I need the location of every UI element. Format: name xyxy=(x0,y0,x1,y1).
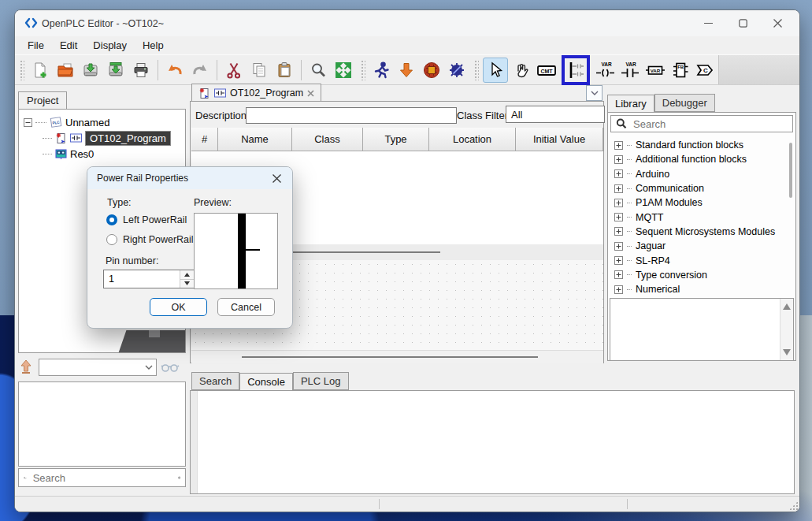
variable-tool-icon[interactable]: VAR xyxy=(643,58,667,82)
minimize-button[interactable] xyxy=(691,10,725,36)
redo-icon[interactable] xyxy=(188,58,212,82)
comment-tool-icon[interactable]: CMT xyxy=(535,58,558,82)
console-output[interactable] xyxy=(190,390,795,494)
column-header-initial-value[interactable]: Initial Value xyxy=(516,128,603,151)
expand-icon[interactable] xyxy=(614,169,623,178)
library-item[interactable]: Sequent Microsystems Modules xyxy=(614,225,795,239)
menu-help[interactable]: Help xyxy=(135,38,172,53)
fit-view-icon[interactable] xyxy=(332,58,355,82)
expand-icon[interactable] xyxy=(614,213,623,221)
tab-debugger[interactable]: Debugger xyxy=(654,94,715,112)
library-search-input[interactable] xyxy=(632,117,788,131)
cut-icon[interactable] xyxy=(222,58,246,82)
library-item[interactable]: SL-RP4 xyxy=(614,253,795,267)
tab-plc-log[interactable]: PLC Log xyxy=(293,372,349,390)
run-simulation-icon[interactable] xyxy=(369,58,393,82)
tab-library[interactable]: Library xyxy=(607,95,654,112)
scroll-down-icon[interactable] xyxy=(783,349,791,355)
expand-icon[interactable] xyxy=(614,155,623,164)
close-button[interactable] xyxy=(760,10,795,36)
library-item[interactable]: Communication xyxy=(614,181,795,195)
dialog-title-bar[interactable]: Power Rail Properties xyxy=(87,167,292,189)
function-block-tool-icon[interactable]: FB xyxy=(669,58,692,82)
library-item[interactable]: Additional function blocks xyxy=(614,152,795,166)
splitter-handle[interactable] xyxy=(292,251,440,253)
library-item[interactable]: Jaguar xyxy=(614,239,795,253)
cursor-tool-icon[interactable] xyxy=(483,58,508,83)
parent-instance-icon[interactable] xyxy=(18,359,34,376)
expand-icon[interactable] xyxy=(614,285,623,294)
column-header-number[interactable]: # xyxy=(191,128,218,151)
description-input[interactable] xyxy=(246,107,457,124)
tree-root-label[interactable]: Unnamed xyxy=(65,117,109,128)
copy-icon[interactable] xyxy=(247,58,271,82)
transfer-download-icon[interactable] xyxy=(395,58,418,82)
tab-search[interactable]: Search xyxy=(191,372,239,390)
clear-search-icon[interactable] xyxy=(178,471,180,484)
ok-button[interactable]: OK xyxy=(150,298,207,316)
tab-list-dropdown-button[interactable] xyxy=(586,85,603,101)
scroll-up-icon[interactable] xyxy=(783,303,791,310)
spin-up-button[interactable] xyxy=(180,270,194,280)
column-header-type[interactable]: Type xyxy=(363,128,429,151)
description-scrollbar[interactable] xyxy=(780,299,793,360)
library-item[interactable]: Numerical xyxy=(614,282,795,296)
cancel-button[interactable]: Cancel xyxy=(217,298,275,316)
paste-icon[interactable] xyxy=(273,58,296,82)
editor-tab[interactable]: OT102_Program xyxy=(191,84,321,102)
menu-file[interactable]: File xyxy=(20,38,52,53)
maximize-button[interactable] xyxy=(725,10,760,36)
column-header-name[interactable]: Name xyxy=(218,128,292,151)
save-icon[interactable] xyxy=(79,58,102,82)
tree-program-label-selected[interactable]: OT102_Program xyxy=(85,131,171,146)
project-panel-tab[interactable]: Project xyxy=(18,91,67,109)
menu-display[interactable]: Display xyxy=(85,38,135,53)
expand-icon[interactable] xyxy=(614,256,623,265)
tree-row-program[interactable]: OT102_Program xyxy=(24,130,185,146)
library-item[interactable]: Type conversion xyxy=(614,268,795,282)
radio-right-powerrail[interactable]: Right PowerRail xyxy=(106,234,194,245)
connection-tool-icon[interactable]: C xyxy=(694,58,717,82)
column-header-location[interactable]: Location xyxy=(429,128,516,151)
library-item[interactable]: P1AM Modules xyxy=(614,195,795,210)
title-bar[interactable]: OpenPLC Editor - ~OT102~ xyxy=(15,10,799,36)
search-filter-icon[interactable] xyxy=(24,473,27,483)
library-item[interactable]: MQTT xyxy=(614,210,795,224)
spin-down-button[interactable] xyxy=(180,280,194,288)
contact-tool-icon[interactable]: VAR xyxy=(618,58,642,82)
new-file-icon[interactable] xyxy=(28,58,52,82)
dialog-close-icon[interactable] xyxy=(273,174,281,183)
project-search-input[interactable] xyxy=(32,471,173,485)
radio-unselected-icon[interactable] xyxy=(106,234,117,245)
expand-icon[interactable] xyxy=(614,199,623,207)
horizontal-scrollbar[interactable] xyxy=(191,350,603,363)
expand-icon[interactable] xyxy=(614,141,623,150)
expand-icon[interactable] xyxy=(614,184,623,193)
collapse-icon[interactable] xyxy=(24,118,32,127)
expand-icon[interactable] xyxy=(614,242,623,251)
debug-bug-icon[interactable] xyxy=(445,58,469,82)
close-tab-icon[interactable] xyxy=(307,90,314,97)
tree-row-root[interactable]: PLC Unnamed xyxy=(24,114,185,130)
open-folder-icon[interactable] xyxy=(54,58,77,82)
resize-grip[interactable] xyxy=(789,501,798,510)
undo-icon[interactable] xyxy=(163,58,187,82)
pan-tool-icon[interactable] xyxy=(510,58,533,82)
power-rail-tool-icon[interactable] xyxy=(562,55,590,85)
radio-left-powerrail[interactable]: Left PowerRail xyxy=(106,214,187,225)
library-tree-scrollbar[interactable] xyxy=(789,143,792,198)
expand-icon[interactable] xyxy=(614,270,623,279)
pin-number-input[interactable] xyxy=(104,270,180,288)
debug-instance-icon[interactable] xyxy=(161,362,180,373)
tab-console[interactable]: Console xyxy=(239,373,293,390)
menu-edit[interactable]: Edit xyxy=(52,38,85,53)
class-filter-combobox[interactable]: All xyxy=(506,106,605,123)
debug-variable-list[interactable] xyxy=(18,381,186,467)
coil-tool-icon[interactable]: VAR xyxy=(593,58,617,82)
instance-combobox[interactable] xyxy=(39,359,157,376)
column-header-class[interactable]: Class xyxy=(292,128,363,151)
build-chip-icon[interactable] xyxy=(420,58,443,82)
save-as-icon[interactable] xyxy=(104,58,128,82)
library-item[interactable]: Arduino xyxy=(614,167,795,181)
expand-icon[interactable] xyxy=(614,227,623,236)
